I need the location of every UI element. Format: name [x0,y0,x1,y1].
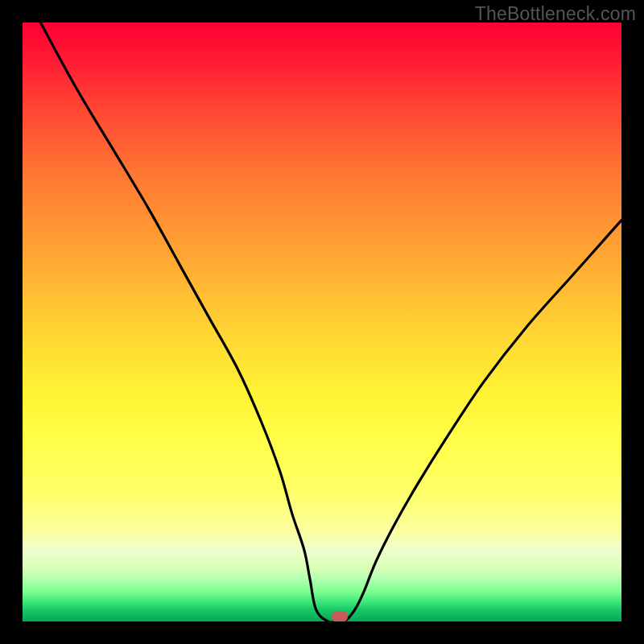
watermark-text: TheBottleneck.com [475,3,636,25]
chart-frame: TheBottleneck.com [0,0,644,644]
optimal-point-marker [332,611,348,621]
bottleneck-curve-path [40,23,621,621]
plot-area [23,23,621,621]
curve-layer [23,23,621,621]
